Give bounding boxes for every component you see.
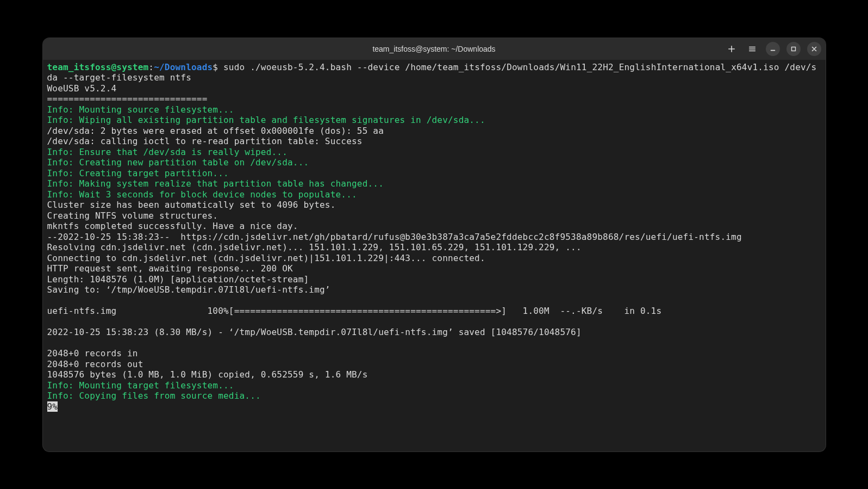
out-line: Length: 1048576 (1.0M) [application/octe…: [47, 274, 309, 284]
out-line: 2048+0 records out: [47, 359, 143, 369]
new-tab-button[interactable]: [725, 42, 739, 56]
close-icon: [810, 45, 818, 53]
terminal-window: team_itsfoss@system: ~/Downloads team_it…: [43, 38, 826, 451]
out-line-info: Info: Copying files from source media...: [47, 391, 261, 401]
prompt-userhost: team_itsfoss@system: [47, 62, 149, 72]
prompt-sigil: $: [213, 62, 223, 72]
terminal-output[interactable]: team_itsfoss@system:~/Downloads$ sudo ./…: [43, 60, 826, 451]
out-line: 1048576 bytes (1.0 MB, 1.0 MiB) copied, …: [47, 369, 368, 380]
out-line-info: Info: Wait 3 seconds for block device no…: [47, 189, 357, 200]
out-line: HTTP request sent, awaiting response... …: [47, 263, 293, 274]
hamburger-icon: [748, 45, 756, 53]
svg-rect-0: [791, 47, 795, 51]
out-line-info: Info: Ensure that /dev/sda is really wip…: [47, 147, 288, 157]
out-line: Creating NTFS volume structures.: [47, 211, 218, 221]
out-line: mkntfs completed successfully. Have a ni…: [47, 221, 298, 231]
out-line: --2022-10-25 15:38:23-- https://cdn.jsde…: [47, 232, 742, 242]
out-line: Connecting to cdn.jsdelivr.net (cdn.jsde…: [47, 253, 485, 263]
out-line-info: Info: Making system realize that partiti…: [47, 178, 384, 189]
out-line-info: Info: Mounting target filesystem...: [47, 380, 234, 391]
progress-indicator: 9%: [47, 401, 58, 412]
out-line: Resolving cdn.jsdelivr.net (cdn.jsdelivr…: [47, 242, 582, 252]
out-line: /dev/sda: 2 bytes were erased at offset …: [47, 126, 384, 136]
plus-icon: [728, 45, 735, 53]
out-line: WoeUSB v5.2.4: [47, 83, 117, 94]
out-line: 2048+0 records in: [47, 348, 138, 358]
out-line: uefi-ntfs.img 100%[=====================…: [47, 306, 662, 316]
out-line-info: Info: Wiping all existing partition tabl…: [47, 115, 485, 125]
minimize-icon: [769, 45, 777, 53]
maximize-icon: [790, 45, 797, 53]
prompt-path: ~/Downloads: [154, 62, 213, 72]
titlebar-controls: [725, 42, 821, 56]
hamburger-menu-button[interactable]: [745, 42, 759, 56]
close-button[interactable]: [807, 42, 821, 56]
out-line: Saving to: ‘/tmp/WoeUSB.tempdir.07Il8l/u…: [47, 284, 330, 295]
out-line: 2022-10-25 15:38:23 (8.30 MB/s) - ‘/tmp/…: [47, 327, 582, 337]
out-line-info: Info: Creating new partition table on /d…: [47, 157, 309, 168]
out-line-info: Info: Mounting source filesystem...: [47, 104, 234, 115]
window-title: team_itsfoss@system: ~/Downloads: [372, 45, 495, 53]
titlebar: team_itsfoss@system: ~/Downloads: [43, 38, 826, 60]
maximize-button[interactable]: [786, 42, 801, 56]
minimize-button[interactable]: [766, 42, 780, 56]
out-line: Cluster size has been automatically set …: [47, 200, 336, 210]
out-line: /dev/sda: calling ioctl to re-read parti…: [47, 136, 363, 146]
out-line-info: Info: Creating target partition...: [47, 168, 229, 178]
prompt-sep: :: [148, 62, 154, 72]
out-line: ==============================: [47, 94, 208, 104]
